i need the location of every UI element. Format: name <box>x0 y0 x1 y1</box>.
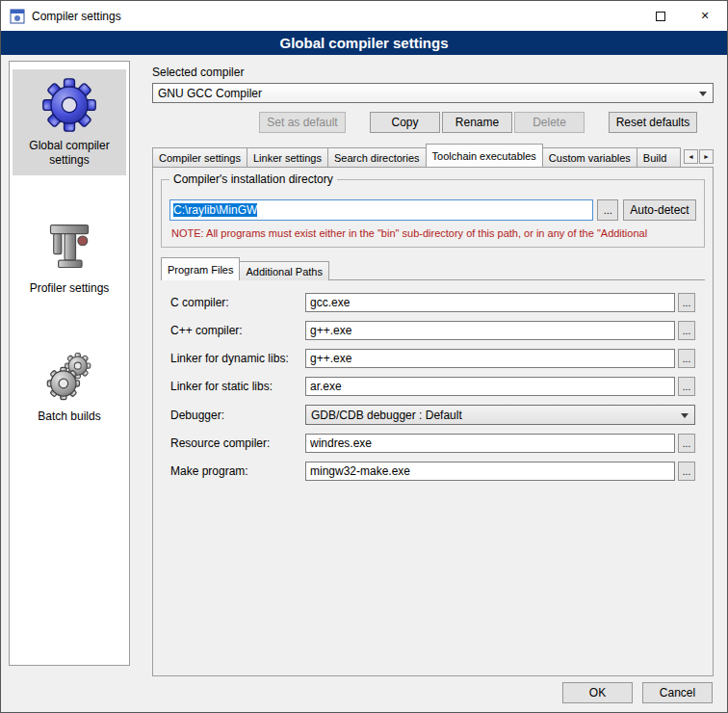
toolchain-executables-panel: Compiler's installation directory C:\ray… <box>152 167 714 676</box>
static-linker-input[interactable] <box>305 377 675 396</box>
sidebar-item-label: Profiler settings <box>14 281 124 296</box>
sidebar-item-batch-builds[interactable]: Batch builds <box>13 342 126 432</box>
main-panel: Selected compiler GNU GCC Compiler Set a… <box>141 61 721 675</box>
sidebar-item-global-compiler-settings[interactable]: Global compiler settings <box>13 69 126 175</box>
ok-button[interactable]: OK <box>562 682 633 703</box>
bin-subdirectory-note: NOTE: All programs must exist either in … <box>171 227 696 239</box>
dialog-banner: Global compiler settings <box>1 31 727 55</box>
stacked-gears-icon <box>14 350 124 404</box>
profiler-tool-icon <box>14 222 124 276</box>
close-icon: ✕ <box>700 10 709 22</box>
selected-compiler-combobox[interactable]: GNU GCC Compiler <box>152 83 714 103</box>
chevron-down-icon <box>699 92 707 96</box>
make-program-row: Make program: ... <box>170 462 695 481</box>
installation-directory-input[interactable]: C:\raylib\MinGW <box>169 199 593 221</box>
compiler-settings-dialog: Compiler settings ✕ Global compiler sett… <box>0 0 728 713</box>
sidebar-item-profiler-settings[interactable]: Profiler settings <box>13 214 126 304</box>
compiler-actions-row: Set as default Copy Rename Delete Reset … <box>141 112 721 133</box>
copy-button[interactable]: Copy <box>370 112 440 133</box>
chevron-down-icon <box>681 413 689 418</box>
static-linker-label: Linker for static libs: <box>170 380 305 393</box>
sidebar-item-label: Global compiler settings <box>14 139 124 168</box>
debugger-select[interactable]: GDB/CDB debugger : Default <box>305 405 695 425</box>
tab-build-options[interactable]: Build <box>637 147 681 167</box>
c-compiler-input[interactable] <box>305 293 675 312</box>
c-compiler-label: C compiler: <box>170 296 305 309</box>
selected-compiler-value: GNU GCC Compiler <box>158 87 262 100</box>
make-program-label: Make program: <box>170 464 305 478</box>
resource-compiler-label: Resource compiler: <box>170 436 305 450</box>
tab-toolchain-executables[interactable]: Toolchain executables <box>426 144 543 167</box>
installation-directory-group-title: Compiler's installation directory <box>169 172 337 186</box>
tab-custom-variables[interactable]: Custom variables <box>542 147 637 167</box>
installation-directory-row: C:\raylib\MinGW ... Auto-detect <box>169 199 696 221</box>
cpp-compiler-row: C++ compiler: ... <box>170 321 695 340</box>
static-linker-browse-button[interactable]: ... <box>678 377 695 396</box>
window-icon <box>10 9 25 24</box>
dynamic-linker-input[interactable] <box>305 349 675 368</box>
tab-compiler-settings[interactable]: Compiler settings <box>152 147 247 167</box>
resource-compiler-row: Resource compiler: ... <box>170 434 695 453</box>
cancel-button[interactable]: Cancel <box>642 682 713 703</box>
rename-button[interactable]: Rename <box>442 112 512 133</box>
resource-compiler-browse-button[interactable]: ... <box>678 434 695 453</box>
make-program-input[interactable] <box>305 462 675 481</box>
subtab-program-files[interactable]: Program Files <box>161 257 240 280</box>
maximize-button[interactable] <box>638 1 683 31</box>
tab-scroll-right-icon[interactable]: ► <box>699 149 714 164</box>
cpp-compiler-label: C++ compiler: <box>170 324 305 337</box>
blue-gear-icon <box>14 77 124 133</box>
set-as-default-button[interactable]: Set as default <box>259 112 346 133</box>
subtab-additional-paths[interactable]: Additional Paths <box>239 261 329 280</box>
maximize-icon <box>656 12 665 21</box>
settings-tabstrip: Compiler settings Linker settings Search… <box>152 145 714 167</box>
cpp-compiler-input[interactable] <box>305 321 675 340</box>
c-compiler-browse-button[interactable]: ... <box>678 293 695 312</box>
program-files-panel: C compiler: ... C++ compiler: ... Linker… <box>161 279 705 481</box>
cpp-compiler-browse-button[interactable]: ... <box>678 321 695 340</box>
close-button[interactable]: ✕ <box>683 1 727 31</box>
delete-button[interactable]: Delete <box>514 112 585 133</box>
auto-detect-button[interactable]: Auto-detect <box>623 199 696 221</box>
debugger-label: Debugger: <box>170 409 305 422</box>
dynamic-linker-label: Linker for dynamic libs: <box>170 352 305 365</box>
c-compiler-row: C compiler: ... <box>170 293 695 312</box>
make-program-browse-button[interactable]: ... <box>678 462 695 481</box>
titlebar-controls: ✕ <box>638 1 727 31</box>
static-linker-row: Linker for static libs: ... <box>170 377 695 396</box>
installation-directory-browse-button[interactable]: ... <box>597 199 617 221</box>
titlebar: Compiler settings ✕ <box>1 1 727 31</box>
sidebar-item-label: Batch builds <box>14 409 124 424</box>
window-title: Compiler settings <box>32 10 121 23</box>
reset-defaults-button[interactable]: Reset defaults <box>609 112 697 133</box>
program-files-tabstrip: Program Files Additional Paths <box>161 259 705 280</box>
debugger-selected-value: GDB/CDB debugger : Default <box>311 409 462 422</box>
tab-search-directories[interactable]: Search directories <box>327 147 427 167</box>
resource-compiler-input[interactable] <box>305 434 675 453</box>
settings-category-list: Global compiler settings <box>9 61 130 666</box>
dynamic-linker-row: Linker for dynamic libs: ... <box>170 349 695 368</box>
installation-directory-group: Compiler's installation directory C:\ray… <box>161 179 705 248</box>
tab-scroll-buttons: ◄ ► <box>684 149 714 167</box>
selected-compiler-label: Selected compiler <box>152 66 721 79</box>
tab-linker-settings[interactable]: Linker settings <box>247 147 328 167</box>
debugger-row: Debugger: GDB/CDB debugger : Default <box>170 405 695 425</box>
dynamic-linker-browse-button[interactable]: ... <box>678 349 695 368</box>
tab-scroll-left-icon[interactable]: ◄ <box>684 149 698 164</box>
installation-directory-selected-text: C:\raylib\MinGW <box>173 203 257 217</box>
